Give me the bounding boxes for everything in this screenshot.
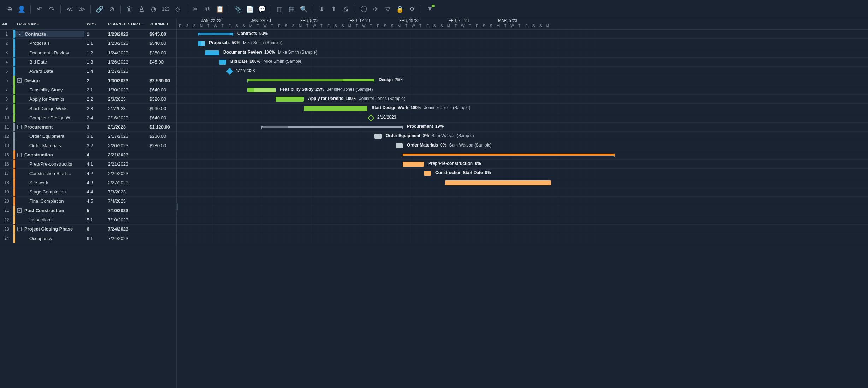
table-row[interactable]: 6−Design21/30/2023$2,560.00	[0, 76, 176, 85]
start-cell[interactable]: 2/7/2023	[105, 106, 147, 111]
task-name-cell[interactable]: Apply for Permits	[15, 96, 84, 102]
gantt-row[interactable]: Order Equipment0%Sam Watson (Sample)	[177, 132, 868, 141]
start-cell[interactable]: 1/27/2023	[105, 68, 147, 74]
task-name-cell[interactable]: −Procurement	[15, 124, 84, 130]
outdent-icon[interactable]: ≪	[64, 4, 75, 14]
task-name-cell[interactable]: Bid Date	[15, 59, 84, 65]
wbs-cell[interactable]: 3	[84, 124, 105, 130]
start-cell[interactable]: 2/21/2023	[105, 161, 147, 167]
start-cell[interactable]: 1/24/2023	[105, 50, 147, 55]
table-row[interactable]: 23−Project Closing Phase67/24/2023	[0, 225, 176, 234]
wbs-cell[interactable]: 4.5	[84, 198, 105, 204]
col-header-cost[interactable]: PLANNED	[147, 22, 176, 26]
upload-icon[interactable]: ⬆	[329, 4, 339, 14]
cost-cell[interactable]: $280.00	[147, 143, 176, 148]
add-icon[interactable]: ⊕	[4, 4, 15, 14]
indent-icon[interactable]: ≫	[76, 4, 87, 14]
task-bar[interactable]	[396, 143, 403, 148]
grid-icon[interactable]: ▦	[287, 4, 297, 14]
diamond-icon[interactable]: ◇	[172, 4, 183, 14]
collapse-icon[interactable]: −	[18, 32, 22, 36]
table-row[interactable]: 20Final Completion4.57/4/2023	[0, 197, 176, 206]
cost-cell[interactable]: $945.00	[147, 31, 176, 37]
task-name-cell[interactable]: Award Date	[15, 68, 84, 74]
wbs-cell[interactable]: 4	[84, 152, 105, 157]
cost-cell[interactable]: $45.00	[147, 59, 176, 65]
person-icon[interactable]: 👤	[16, 4, 27, 14]
task-name-cell[interactable]: Complete Design W...	[15, 115, 84, 120]
gantt-row[interactable]: Construction Start Date0%	[177, 169, 868, 178]
start-cell[interactable]: 2/24/2023	[105, 171, 147, 176]
table-row[interactable]: 22Inspections5.17/10/2023	[0, 215, 176, 225]
fill-icon[interactable]: ◔	[148, 4, 159, 14]
collapse-icon[interactable]: −	[17, 208, 22, 213]
task-bar[interactable]	[198, 41, 205, 46]
gantt-row[interactable]: Order Materials0%Sam Watson (Sample)	[177, 141, 868, 150]
gantt-row[interactable]	[177, 187, 868, 197]
gantt-row[interactable]: Apply for Permits100%Jennifer Jones (Sam…	[177, 95, 868, 104]
comment-icon[interactable]: 💬	[256, 4, 267, 14]
task-bar[interactable]	[374, 134, 382, 139]
task-bar[interactable]	[205, 50, 219, 55]
start-cell[interactable]: 7/4/2023	[105, 198, 147, 204]
task-name-cell[interactable]: −Construction	[15, 152, 84, 157]
collapse-icon[interactable]: −	[17, 153, 22, 157]
task-name-cell[interactable]: Construction Start ...	[15, 171, 84, 176]
trash-icon[interactable]: 🗑	[124, 4, 135, 14]
gantt-row[interactable]: Proposals50%Mike Smith (Sample)	[177, 39, 868, 48]
cost-cell[interactable]: $640.00	[147, 115, 176, 120]
gantt-row[interactable]: Contracts90%	[177, 30, 868, 39]
cost-cell[interactable]: $280.00	[147, 133, 176, 139]
table-row[interactable]: 5Award Date1.41/27/2023	[0, 67, 176, 76]
start-cell[interactable]: 7/3/2023	[105, 189, 147, 195]
gantt-row[interactable]	[177, 215, 868, 225]
wbs-cell[interactable]: 2.1	[84, 87, 105, 92]
numeric-label[interactable]: 123	[160, 6, 171, 12]
table-row[interactable]: 19Stage Completion4.47/3/2023	[0, 187, 176, 197]
col-header-name[interactable]: TASK NAME	[13, 22, 84, 26]
wbs-cell[interactable]: 1.1	[84, 41, 105, 46]
start-cell[interactable]: 7/24/2023	[105, 236, 147, 241]
cost-cell[interactable]: $960.00	[147, 106, 176, 111]
table-row[interactable]: 17Construction Start ...4.22/24/2023	[0, 169, 176, 178]
splitter[interactable]	[176, 18, 178, 388]
table-row[interactable]: 13Order Materials3.22/20/2023$280.00	[0, 141, 176, 150]
table-row[interactable]: 10Complete Design W...2.42/16/2023$640.0…	[0, 113, 176, 123]
table-row[interactable]: 16Prep/Pre-construction4.12/21/2023	[0, 160, 176, 169]
start-cell[interactable]: 2/3/2023	[105, 96, 147, 102]
task-bar[interactable]	[424, 171, 431, 176]
gantt-row[interactable]: Design75%	[177, 76, 868, 85]
table-row[interactable]: 4Bid Date1.31/26/2023$45.00	[0, 58, 176, 67]
summary-bar[interactable]	[247, 79, 374, 81]
task-name-cell[interactable]: Documents Review	[15, 50, 84, 55]
table-row[interactable]: 7Feasibility Study2.11/30/2023$640.00	[0, 85, 176, 95]
start-cell[interactable]: 2/17/2023	[105, 133, 147, 139]
start-cell[interactable]: 1/30/2023	[105, 78, 147, 83]
start-cell[interactable]: 1/23/2023	[105, 41, 147, 46]
start-cell[interactable]: 1/23/2023	[105, 31, 147, 37]
print-icon[interactable]: 🖨	[341, 4, 351, 14]
lock-icon[interactable]: 🔒	[395, 4, 405, 14]
col-header-wbs[interactable]: WBS	[84, 22, 105, 26]
gantt-row[interactable]: Documents Review100%Mike Smith (Sample)	[177, 48, 868, 58]
settings-icon[interactable]: ⚙	[407, 4, 417, 14]
task-bar[interactable]	[304, 106, 367, 111]
undo-icon[interactable]: ↶	[34, 4, 45, 14]
task-name-cell[interactable]: Occupancy	[15, 236, 84, 241]
active-filter-icon[interactable]: ▼	[425, 4, 435, 14]
cost-cell[interactable]: $320.00	[147, 96, 176, 102]
col-header-all[interactable]: All	[0, 22, 13, 26]
task-name-cell[interactable]: −Post Construction	[15, 208, 84, 213]
task-name-cell[interactable]: −Project Closing Phase	[15, 226, 84, 232]
task-name-cell[interactable]: Order Equipment	[15, 133, 84, 139]
task-bar[interactable]	[403, 162, 424, 167]
task-bar[interactable]	[445, 180, 551, 185]
task-name-cell[interactable]: Site work	[15, 180, 84, 185]
gantt-row[interactable]	[177, 206, 868, 215]
wbs-cell[interactable]: 1.4	[84, 68, 105, 74]
task-name-cell[interactable]: −Design	[15, 78, 84, 83]
task-name-cell[interactable]: Final Completion	[15, 198, 84, 204]
table-row[interactable]: 21−Post Construction57/10/2023	[0, 206, 176, 215]
cost-cell[interactable]: $1,120.00	[147, 124, 176, 130]
wbs-cell[interactable]: 6	[84, 226, 105, 232]
